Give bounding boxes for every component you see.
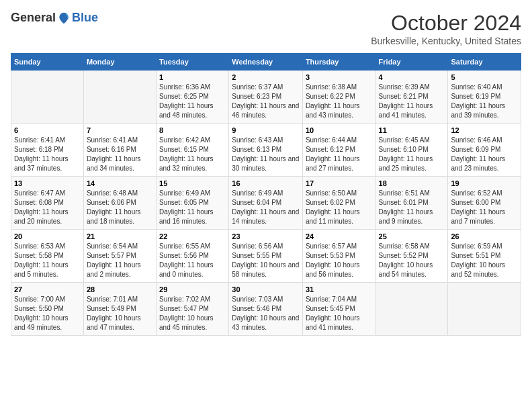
day-info: Sunrise: 6:49 AMSunset: 6:04 PMDaylight:… — [232, 189, 300, 226]
calendar-cell: 26Sunrise: 6:59 AMSunset: 5:51 PMDayligh… — [448, 230, 521, 283]
day-info: Sunrise: 6:46 AMSunset: 6:09 PMDaylight:… — [451, 136, 518, 173]
calendar-cell: 24Sunrise: 6:57 AMSunset: 5:53 PMDayligh… — [302, 230, 375, 283]
day-number: 20 — [14, 232, 81, 240]
weekday-header: Thursday — [302, 54, 375, 71]
calendar-cell: 30Sunrise: 7:03 AMSunset: 5:46 PMDayligh… — [229, 283, 303, 336]
logo-icon — [57, 11, 71, 25]
day-info: Sunrise: 6:44 AMSunset: 6:12 PMDaylight:… — [306, 136, 373, 173]
logo-blue: Blue — [72, 11, 98, 25]
day-number: 24 — [306, 232, 373, 240]
calendar-week-row: 1Sunrise: 6:36 AMSunset: 6:25 PMDaylight… — [11, 71, 521, 124]
day-number: 21 — [87, 232, 153, 240]
day-number: 2 — [232, 73, 300, 81]
day-info: Sunrise: 6:41 AMSunset: 6:16 PMDaylight:… — [87, 136, 153, 173]
calendar-cell: 14Sunrise: 6:48 AMSunset: 6:06 PMDayligh… — [83, 177, 156, 230]
day-info: Sunrise: 6:59 AMSunset: 5:51 PMDaylight:… — [451, 242, 518, 279]
calendar-cell: 18Sunrise: 6:51 AMSunset: 6:01 PMDayligh… — [375, 177, 448, 230]
day-number: 6 — [14, 126, 81, 134]
day-info: Sunrise: 6:38 AMSunset: 6:22 PMDaylight:… — [306, 83, 373, 120]
page-header: General Blue October 2024 Burkesville, K… — [11, 11, 521, 46]
calendar-cell — [448, 283, 521, 336]
day-number: 3 — [306, 73, 373, 81]
day-info: Sunrise: 6:49 AMSunset: 6:05 PMDaylight:… — [159, 189, 226, 226]
day-info: Sunrise: 6:51 AMSunset: 6:01 PMDaylight:… — [379, 189, 445, 226]
day-number: 15 — [159, 179, 226, 187]
weekday-header-row: SundayMondayTuesdayWednesdayThursdayFrid… — [11, 54, 521, 71]
day-info: Sunrise: 7:02 AMSunset: 5:47 PMDaylight:… — [159, 295, 226, 332]
day-number: 18 — [379, 179, 445, 187]
day-info: Sunrise: 6:53 AMSunset: 5:58 PMDaylight:… — [14, 242, 81, 279]
day-info: Sunrise: 6:55 AMSunset: 5:56 PMDaylight:… — [159, 242, 226, 279]
day-number: 23 — [232, 232, 300, 240]
day-number: 17 — [306, 179, 373, 187]
day-number: 14 — [87, 179, 153, 187]
day-number: 31 — [306, 285, 373, 293]
day-number: 25 — [379, 232, 445, 240]
day-number: 10 — [306, 126, 373, 134]
weekday-header: Tuesday — [157, 54, 229, 71]
calendar-cell: 20Sunrise: 6:53 AMSunset: 5:58 PMDayligh… — [11, 230, 84, 283]
calendar-cell: 22Sunrise: 6:55 AMSunset: 5:56 PMDayligh… — [157, 230, 229, 283]
day-info: Sunrise: 7:04 AMSunset: 5:45 PMDaylight:… — [306, 295, 373, 332]
calendar-cell: 2Sunrise: 6:37 AMSunset: 6:23 PMDaylight… — [229, 71, 303, 124]
calendar-week-row: 27Sunrise: 7:00 AMSunset: 5:50 PMDayligh… — [11, 283, 521, 336]
calendar-cell: 5Sunrise: 6:40 AMSunset: 6:19 PMDaylight… — [448, 71, 521, 124]
day-number: 22 — [159, 232, 226, 240]
weekday-header: Sunday — [11, 54, 84, 71]
calendar-cell: 16Sunrise: 6:49 AMSunset: 6:04 PMDayligh… — [229, 177, 303, 230]
day-info: Sunrise: 6:58 AMSunset: 5:52 PMDaylight:… — [379, 242, 445, 279]
day-number: 29 — [159, 285, 226, 293]
day-info: Sunrise: 6:56 AMSunset: 5:55 PMDaylight:… — [232, 242, 300, 279]
calendar-week-row: 6Sunrise: 6:41 AMSunset: 6:18 PMDaylight… — [11, 124, 521, 177]
day-info: Sunrise: 6:36 AMSunset: 6:25 PMDaylight:… — [159, 83, 226, 120]
day-info: Sunrise: 6:40 AMSunset: 6:19 PMDaylight:… — [451, 83, 518, 120]
day-info: Sunrise: 7:00 AMSunset: 5:50 PMDaylight:… — [14, 295, 81, 332]
calendar-cell — [83, 71, 156, 124]
day-number: 12 — [451, 126, 518, 134]
day-number: 4 — [379, 73, 445, 81]
day-info: Sunrise: 6:41 AMSunset: 6:18 PMDaylight:… — [14, 136, 81, 173]
day-info: Sunrise: 6:45 AMSunset: 6:10 PMDaylight:… — [379, 136, 445, 173]
calendar-cell: 23Sunrise: 6:56 AMSunset: 5:55 PMDayligh… — [229, 230, 303, 283]
calendar-week-row: 20Sunrise: 6:53 AMSunset: 5:58 PMDayligh… — [11, 230, 521, 283]
calendar-cell: 29Sunrise: 7:02 AMSunset: 5:47 PMDayligh… — [157, 283, 229, 336]
calendar-cell: 19Sunrise: 6:52 AMSunset: 6:00 PMDayligh… — [448, 177, 521, 230]
weekday-header: Wednesday — [229, 54, 303, 71]
calendar-cell: 27Sunrise: 7:00 AMSunset: 5:50 PMDayligh… — [11, 283, 84, 336]
calendar-cell: 9Sunrise: 6:43 AMSunset: 6:13 PMDaylight… — [229, 124, 303, 177]
month-title: October 2024 — [371, 11, 521, 36]
logo: General Blue — [11, 11, 98, 25]
logo-general: General — [11, 11, 56, 25]
day-info: Sunrise: 6:42 AMSunset: 6:15 PMDaylight:… — [159, 136, 226, 173]
location: Burkesville, Kentucky, United States — [371, 36, 521, 46]
calendar-cell: 13Sunrise: 6:47 AMSunset: 6:08 PMDayligh… — [11, 177, 84, 230]
calendar-cell: 7Sunrise: 6:41 AMSunset: 6:16 PMDaylight… — [83, 124, 156, 177]
day-info: Sunrise: 6:54 AMSunset: 5:57 PMDaylight:… — [87, 242, 153, 279]
calendar-cell — [11, 71, 84, 124]
day-number: 30 — [232, 285, 300, 293]
calendar-cell: 1Sunrise: 6:36 AMSunset: 6:25 PMDaylight… — [157, 71, 229, 124]
calendar-cell: 10Sunrise: 6:44 AMSunset: 6:12 PMDayligh… — [302, 124, 375, 177]
day-info: Sunrise: 6:52 AMSunset: 6:00 PMDaylight:… — [451, 189, 518, 226]
calendar-cell: 25Sunrise: 6:58 AMSunset: 5:52 PMDayligh… — [375, 230, 448, 283]
calendar-cell: 3Sunrise: 6:38 AMSunset: 6:22 PMDaylight… — [302, 71, 375, 124]
day-number: 16 — [232, 179, 300, 187]
calendar-cell: 8Sunrise: 6:42 AMSunset: 6:15 PMDaylight… — [157, 124, 229, 177]
calendar-week-row: 13Sunrise: 6:47 AMSunset: 6:08 PMDayligh… — [11, 177, 521, 230]
day-info: Sunrise: 6:47 AMSunset: 6:08 PMDaylight:… — [14, 189, 81, 226]
day-number: 8 — [159, 126, 226, 134]
calendar-cell: 6Sunrise: 6:41 AMSunset: 6:18 PMDaylight… — [11, 124, 84, 177]
day-number: 5 — [451, 73, 518, 81]
day-info: Sunrise: 6:37 AMSunset: 6:23 PMDaylight:… — [232, 83, 300, 120]
calendar-cell: 21Sunrise: 6:54 AMSunset: 5:57 PMDayligh… — [83, 230, 156, 283]
calendar-cell: 12Sunrise: 6:46 AMSunset: 6:09 PMDayligh… — [448, 124, 521, 177]
day-number: 28 — [87, 285, 153, 293]
day-number: 9 — [232, 126, 300, 134]
weekday-header: Saturday — [448, 54, 521, 71]
calendar-cell: 31Sunrise: 7:04 AMSunset: 5:45 PMDayligh… — [302, 283, 375, 336]
calendar-cell: 11Sunrise: 6:45 AMSunset: 6:10 PMDayligh… — [375, 124, 448, 177]
day-info: Sunrise: 6:43 AMSunset: 6:13 PMDaylight:… — [232, 136, 300, 173]
day-number: 11 — [379, 126, 445, 134]
day-number: 27 — [14, 285, 81, 293]
day-number: 13 — [14, 179, 81, 187]
